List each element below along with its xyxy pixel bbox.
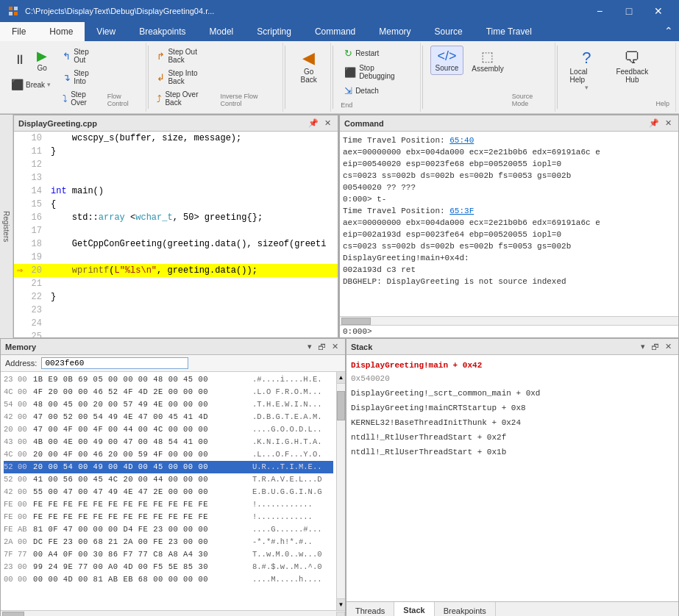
- sep3: [333, 46, 333, 109]
- mem-row-6: 43 00 4B 00 4E 00 49 00 47 00 48 54 41 0…: [4, 436, 333, 448]
- step-into-back-btn[interactable]: ↲ Step Into Back: [153, 67, 218, 87]
- mem-row-9: 52 00 41 00 56 00 45 4C 20 00 44 00 00 0…: [4, 473, 333, 486]
- restart-btn[interactable]: ↻ Restart: [341, 46, 383, 61]
- mem-row-12: FE 00 FE FE FE FE FE FE FE FE FE FE FE F…: [4, 511, 333, 523]
- step-out-btn[interactable]: ↰ Step Out: [59, 46, 106, 66]
- tab-scripting[interactable]: Scripting: [245, 22, 303, 41]
- editor-panel: DisplayGreeting.cpp 📌 ✕ 10 wcscpy_s(buff…: [13, 115, 338, 338]
- stack-title: Stack: [351, 343, 372, 351]
- memory-close-btn[interactable]: ✕: [330, 341, 341, 352]
- editor-command-row: Registers DisplayGreeting.cpp 📌 ✕: [0, 114, 679, 338]
- code-editor[interactable]: 10 wcscpy_s(buffer, size, message); 11 }…: [14, 132, 338, 337]
- cmd-line-9: eip=002a193d esp=0023fe64 ebp=00520055 i…: [343, 229, 675, 240]
- memory-panel: Memory ▾ 🗗 ✕ Address: 23 00 1B E9 0B 69 …: [0, 338, 346, 616]
- memory-vscroll[interactable]: ▲ ▼: [336, 372, 345, 610]
- editor-close-btn[interactable]: ✕: [322, 118, 333, 129]
- stack-tab[interactable]: Stack: [394, 602, 434, 616]
- stack-content[interactable]: DisplayGreeting!main + 0x42 0x540020 Dis…: [346, 355, 678, 601]
- tab-model[interactable]: Model: [198, 22, 246, 41]
- mem-row-16: 23 00 99 24 9E 77 00 A0 4D 00 F5 5E 85 3…: [4, 561, 333, 573]
- detach-btn[interactable]: ⇲ Detach: [341, 83, 383, 99]
- tab-view[interactable]: View: [85, 22, 127, 41]
- pause-btn[interactable]: ⏸: [10, 50, 30, 70]
- editor-header: DisplayGreeting.cpp 📌 ✕: [14, 115, 338, 132]
- tab-file[interactable]: File: [0, 22, 38, 41]
- tab-timetravel[interactable]: Time Travel: [474, 22, 544, 41]
- stack-item-5: ntdll!_RtlUserThreadStart + 0x1b: [351, 445, 674, 459]
- ribbon-content: ⏸ ▶ Go ⬛ Break ▾ ↰ Step Out ↴ Step Into: [0, 41, 679, 114]
- stack-main-entry: DisplayGreeting!main + 0x42 0x540020: [351, 358, 674, 386]
- svg-rect-1: [14, 7, 18, 10]
- memory-undock-btn[interactable]: 🗗: [316, 341, 328, 352]
- stack-dropdown-btn[interactable]: ▾: [639, 341, 647, 352]
- command-hscroll[interactable]: [340, 316, 678, 325]
- step-into-btn[interactable]: ↴ Step Into: [59, 67, 106, 87]
- command-input-row: 0:000>: [340, 325, 678, 337]
- tab-breakpoints[interactable]: Breakpoints: [127, 22, 197, 41]
- source-btn[interactable]: </> Source: [430, 46, 464, 75]
- cmd-line-7: Time Travel Position: 65:3F: [343, 205, 675, 217]
- ribbon-collapse-btn[interactable]: ⌃: [658, 22, 679, 41]
- cmd-line-10: cs=0023 ss=002b ds=002b es=002b fs=0053 …: [343, 240, 675, 252]
- go-back-btn[interactable]: ◀ Go Back: [293, 46, 325, 87]
- tab-command[interactable]: Command: [303, 22, 367, 41]
- editor-area: Registers DisplayGreeting.cpp 📌 ✕: [0, 115, 339, 338]
- local-help-btn[interactable]: ? Local Help ▾: [565, 46, 609, 94]
- maximize-btn[interactable]: □: [614, 0, 644, 22]
- minimize-btn[interactable]: −: [585, 0, 614, 22]
- mem-row-10: 42 00 55 00 47 00 47 49 4E 47 2E 00 00 0…: [4, 486, 333, 498]
- mem-row-4: 42 00 47 00 52 00 54 49 4E 47 00 45 41 4…: [4, 411, 333, 423]
- command-close-btn[interactable]: ✕: [663, 118, 674, 129]
- mem-row-13: FE AB 81 0F 47 00 00 00 D4 FE 23 00 00 0…: [4, 523, 333, 536]
- code-lines: 10 wcscpy_s(buffer, size, message); 11 }…: [14, 132, 338, 337]
- sep2: [285, 46, 285, 109]
- mem-row-1: 23 00 1B E9 0B 69 05 00 00 00 48 00 45 0…: [4, 373, 333, 386]
- cmd-line-3: eip=00540020 esp=0023fe68 ebp=00520055 i…: [343, 158, 675, 170]
- stack-close-btn[interactable]: ✕: [663, 341, 674, 352]
- step-over-btn[interactable]: ⤵ Step Over: [59, 88, 106, 109]
- code-line-17: 17: [14, 224, 338, 237]
- stack-undock-btn[interactable]: 🗗: [649, 341, 661, 352]
- memory-content[interactable]: 23 00 1B E9 0B 69 05 00 00 00 48 00 45 0…: [1, 372, 336, 610]
- tab-home[interactable]: Home: [38, 22, 85, 41]
- break-btn[interactable]: ⬛ Break ▾: [6, 76, 56, 93]
- memory-panel-header: Memory ▾ 🗗 ✕: [1, 339, 345, 355]
- memory-dropdown-btn[interactable]: ▾: [305, 341, 314, 352]
- mem-row-7: 4C 00 20 00 4F 00 46 20 00 59 4F 00 00 0…: [4, 448, 333, 461]
- mem-row-2: 4C 00 4F 20 00 00 46 52 4F 4D 2E 00 00 0…: [4, 386, 333, 398]
- stop-debugging-btn[interactable]: ⬛ Stop Debugging: [341, 62, 413, 82]
- cmd-line-6: 0:000> t-: [343, 193, 675, 205]
- code-line-14: 14 int main(): [14, 185, 338, 198]
- code-line-13: 13: [14, 171, 338, 185]
- bottom-tabs: Threads Stack Breakpoints: [346, 601, 678, 616]
- breakpoints-tab[interactable]: Breakpoints: [435, 602, 496, 616]
- code-line-23: 23: [14, 304, 338, 317]
- memory-hscroll[interactable]: [1, 610, 345, 616]
- svg-rect-3: [14, 12, 18, 15]
- command-output[interactable]: Time Travel Position: 65:40 aex=00000000…: [340, 132, 678, 316]
- code-line-22: 22 }: [14, 290, 338, 304]
- cmd-line-13: DBGHELP: DisplayGreeting is not source i…: [343, 276, 675, 287]
- cmd-line-2: aex=00000000 ebx=004da000 ecx=2e21b0b6 e…: [343, 146, 675, 158]
- go-btn[interactable]: ▶ Go: [32, 46, 52, 74]
- editor-pin-btn[interactable]: 📌: [306, 118, 321, 129]
- memory-address-input[interactable]: [41, 357, 188, 369]
- help-group: ? Local Help ▾ 🗨 Feedback Hub Help: [559, 43, 676, 112]
- tab-source[interactable]: Source: [423, 22, 474, 41]
- command-input[interactable]: [375, 327, 675, 336]
- registers-sidebar[interactable]: Registers: [0, 115, 13, 338]
- tab-memory[interactable]: Memory: [367, 22, 422, 41]
- threads-tab[interactable]: Threads: [346, 602, 394, 616]
- window-title: C:\Projects\DisplayText\Debug\DisplayGre…: [25, 7, 214, 15]
- code-line-25: 25: [14, 330, 338, 337]
- sep5: [557, 46, 558, 109]
- command-pin-btn[interactable]: 📌: [647, 118, 661, 129]
- close-btn[interactable]: ✕: [644, 0, 673, 22]
- code-line-20: ⇒ 20 wprintf(L"%ls\n", greeting.data());: [14, 264, 338, 277]
- mem-row-8: 52 00 20 00 54 00 49 00 4D 00 45 00 00 0…: [4, 461, 333, 473]
- svg-rect-2: [9, 12, 13, 15]
- step-over-back-btn[interactable]: ⤴ Step Over Back: [153, 88, 218, 109]
- step-out-back-btn[interactable]: ↱ Step Out Back: [153, 46, 218, 66]
- feedback-hub-btn[interactable]: 🗨 Feedback Hub: [611, 46, 653, 87]
- assembly-btn[interactable]: ⬚ Assembly: [466, 46, 508, 76]
